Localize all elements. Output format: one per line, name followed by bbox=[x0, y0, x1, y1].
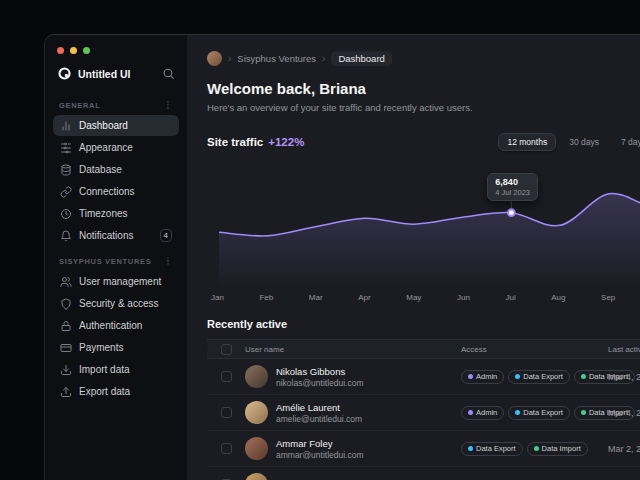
sidebar-item-label: Connections bbox=[79, 186, 135, 197]
user-email: ammar@untitledui.com bbox=[276, 450, 364, 460]
month-label-sep: Sep bbox=[601, 293, 615, 302]
users-icon bbox=[60, 276, 72, 288]
sidebar-item-export-data[interactable]: Export data bbox=[53, 381, 179, 402]
sidebar-item-database[interactable]: Database bbox=[53, 159, 179, 180]
sidebar-item-label: Export data bbox=[79, 386, 130, 397]
access-badge-data-export: Data Export bbox=[508, 370, 570, 384]
header-checkbox-cell bbox=[221, 344, 245, 355]
user-identity: Nikolas Gibbonsnikolas@untitledui.com bbox=[276, 366, 364, 388]
sidebar-item-payments[interactable]: Payments bbox=[53, 337, 179, 358]
site-traffic-chart[interactable]: 6,840 4 Jul 2023 bbox=[207, 161, 640, 291]
link-icon bbox=[60, 186, 72, 198]
user-avatar bbox=[245, 365, 268, 388]
sidebar-item-label: Appearance bbox=[79, 142, 133, 153]
app-title: Untitled UI bbox=[78, 68, 131, 80]
dots-vertical-icon[interactable] bbox=[163, 256, 173, 266]
traffic-light-zoom[interactable] bbox=[83, 47, 90, 54]
checkbox-cell bbox=[221, 371, 245, 382]
traffic-line-chart bbox=[207, 161, 640, 291]
company-avatar[interactable] bbox=[207, 51, 222, 66]
user-email: nikolas@untitledui.com bbox=[276, 378, 364, 388]
dots-vertical-icon[interactable] bbox=[163, 100, 173, 110]
badge-dot bbox=[468, 374, 473, 379]
breadcrumb-company[interactable]: Sisyphus Ventures bbox=[237, 53, 316, 64]
last-active-value: Mar 4, 2024 bbox=[608, 372, 640, 382]
desktop-background: Untitled UI GENERALDashboardAppearanceDa… bbox=[0, 0, 640, 480]
user-avatar bbox=[245, 401, 268, 424]
access-badges: AdminData ExportData Import bbox=[461, 370, 608, 384]
access-badges: AdminData ExportData Import bbox=[461, 406, 608, 420]
recently-active-table: User name Access Last active Nikolas Gib… bbox=[207, 339, 640, 480]
badge-dot bbox=[515, 374, 520, 379]
row-checkbox[interactable] bbox=[221, 443, 232, 454]
sidebar-item-notifications[interactable]: Notifications4 bbox=[53, 225, 179, 246]
user-avatar bbox=[245, 473, 268, 480]
user-cell: Nikolas Gibbonsnikolas@untitledui.com bbox=[245, 365, 461, 388]
access-badge-data-export: Data Export bbox=[461, 442, 523, 456]
site-traffic-header: Site traffic +122% 12 months30 days7 day… bbox=[207, 133, 640, 151]
access-badges: Data ExportData Import bbox=[461, 442, 608, 456]
month-label-mar: Mar bbox=[309, 293, 323, 302]
badge-dot bbox=[515, 410, 520, 415]
range-button-30-days[interactable]: 30 days bbox=[560, 133, 608, 151]
column-last-active: Last active bbox=[608, 345, 640, 354]
sidebar-item-timezones[interactable]: Timezones bbox=[53, 203, 179, 224]
access-badge-data-export: Data Export bbox=[508, 406, 570, 420]
row-checkbox[interactable] bbox=[221, 371, 232, 382]
user-name: Ammar Foley bbox=[276, 438, 364, 449]
sidebar-section-header: GENERAL bbox=[53, 91, 179, 115]
traffic-delta-badge: +122% bbox=[268, 136, 304, 148]
sidebar-section-label: GENERAL bbox=[59, 101, 100, 110]
checkbox-cell bbox=[221, 407, 245, 418]
breadcrumb-current-page[interactable]: Dashboard bbox=[331, 51, 391, 66]
row-checkbox[interactable] bbox=[221, 407, 232, 418]
sidebar-item-appearance[interactable]: Appearance bbox=[53, 137, 179, 158]
month-label-jan: Jan bbox=[211, 293, 224, 302]
site-traffic-title: Site traffic bbox=[207, 136, 263, 148]
sidebar-item-user-management[interactable]: User management bbox=[53, 271, 179, 292]
date-range-group: 12 months30 days7 days bbox=[498, 133, 640, 151]
user-avatar bbox=[245, 437, 268, 460]
sidebar-item-label: Notifications bbox=[79, 230, 133, 241]
badge-dot bbox=[534, 446, 539, 451]
sidebar-item-dashboard[interactable]: Dashboard bbox=[53, 115, 179, 136]
sidebar-item-authentication[interactable]: Authentication bbox=[53, 315, 179, 336]
sidebar-item-import-data[interactable]: Import data bbox=[53, 359, 179, 380]
user-name: Nikolas Gibbons bbox=[276, 366, 364, 377]
month-label-feb: Feb bbox=[259, 293, 273, 302]
upload-icon bbox=[60, 386, 72, 398]
page-title: Welcome back, Briana bbox=[207, 80, 640, 97]
traffic-light-close[interactable] bbox=[57, 47, 64, 54]
sidebar-item-security-access[interactable]: Security & access bbox=[53, 293, 179, 314]
access-badge-admin: Admin bbox=[461, 370, 504, 384]
range-button-7-days[interactable]: 7 days bbox=[612, 133, 640, 151]
last-active-value: Mar 2, 2024 bbox=[608, 444, 640, 454]
search-icon[interactable] bbox=[162, 67, 175, 80]
column-user-name: User name bbox=[245, 345, 461, 354]
badge-dot bbox=[468, 446, 473, 451]
user-identity: Amélie Laurentamelie@untitledui.com bbox=[276, 402, 362, 424]
table-row: Nikolas Gibbonsnikolas@untitledui.comAdm… bbox=[207, 359, 640, 395]
table-row: Amélie Laurentamelie@untitledui.comAdmin… bbox=[207, 395, 640, 431]
shield-icon bbox=[60, 298, 72, 310]
badge-dot bbox=[468, 410, 473, 415]
badge-dot bbox=[581, 410, 586, 415]
breadcrumb-separator: › bbox=[228, 53, 231, 64]
select-all-checkbox[interactable] bbox=[221, 344, 232, 355]
tooltip-value: 6,840 bbox=[495, 177, 530, 187]
main-content: › Sisyphus Ventures › Dashboard Welcome … bbox=[187, 35, 640, 480]
sidebar-item-label: Security & access bbox=[79, 298, 158, 309]
sidebar-item-label: Timezones bbox=[79, 208, 128, 219]
lock-icon bbox=[60, 320, 72, 332]
traffic-light-minimize[interactable] bbox=[70, 47, 77, 54]
user-cell: Caitlyn King bbox=[245, 473, 461, 480]
sidebar-item-label: Database bbox=[79, 164, 122, 175]
untitled-ui-logo-icon bbox=[57, 66, 72, 81]
window-controls bbox=[53, 43, 179, 64]
chart-tooltip: 6,840 4 Jul 2023 bbox=[487, 173, 538, 201]
month-label-aug: Aug bbox=[551, 293, 565, 302]
table-row: Ammar Foleyammar@untitledui.comData Expo… bbox=[207, 431, 640, 467]
sidebar-item-connections[interactable]: Connections bbox=[53, 181, 179, 202]
range-button-12-months[interactable]: 12 months bbox=[498, 133, 556, 151]
logo-row: Untitled UI bbox=[53, 64, 179, 91]
